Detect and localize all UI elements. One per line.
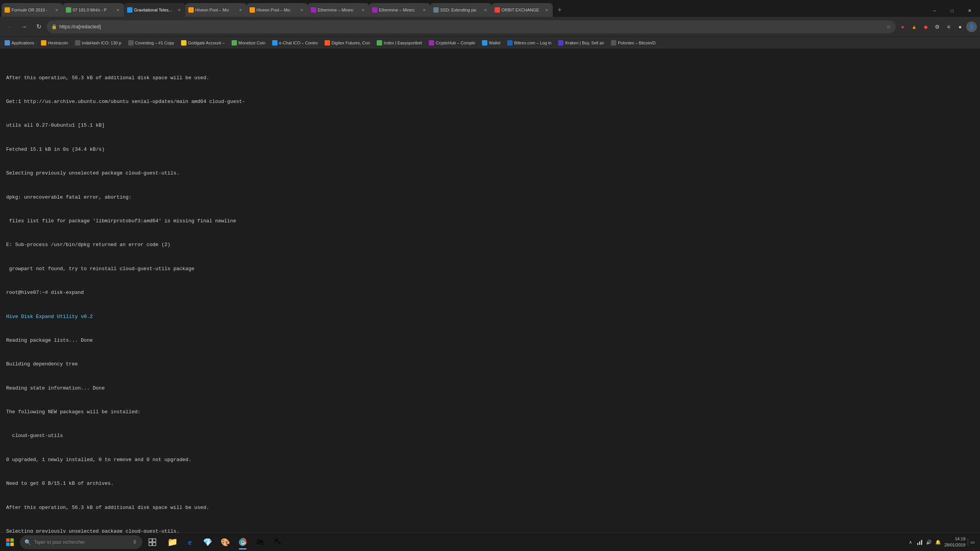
svg-point-11 (242, 541, 244, 543)
minecraft-button[interactable]: ⛏ (270, 534, 286, 551)
search-icon: 🔍 (24, 539, 31, 545)
bookmark-poloniex[interactable]: Poloniex – Bitcoin/D (608, 38, 658, 47)
tab-1[interactable]: Formule OR 2019 - ✕ (2, 3, 63, 17)
cortana-button[interactable]: 💎 (199, 534, 216, 551)
bookmark-goldgate[interactable]: Goldgate Account – (178, 38, 228, 47)
tab-favicon (433, 7, 439, 13)
sys-icons: ∧ 🔊 🔔 (907, 538, 942, 546)
mic-icon[interactable]: 🎙 (132, 539, 138, 545)
bookmark-star-icon[interactable]: ☆ (886, 24, 891, 30)
tab-close[interactable]: ✕ (421, 7, 427, 13)
ext-icon-1[interactable]: ● (897, 21, 908, 32)
forward-button[interactable]: → (18, 20, 31, 33)
show-desktop-button[interactable]: ▭ (968, 538, 975, 546)
bookmark-kraken[interactable]: Kraken | Buy, Sell an (555, 38, 607, 47)
ext-icon-3[interactable]: ◆ (920, 21, 931, 32)
maximize-button[interactable]: □ (943, 5, 961, 17)
volume-icon[interactable]: 🔊 (925, 538, 933, 546)
tab-2[interactable]: 07 181.0 MH/s - P ✕ (63, 3, 124, 17)
tab-9[interactable]: ORBIT EXCHANGE ✕ (492, 3, 553, 17)
reload-button[interactable]: ↻ (32, 20, 45, 33)
tab-title: Ethermine – Mines: (379, 8, 420, 12)
nav-bar: ← → ↻ 🔒 https://ra[redacted] ☆ ● ▲ ◆ ⚙ ≡… (0, 17, 980, 37)
terminal-line: Selecting previously unselected package … (6, 528, 974, 533)
back-button[interactable]: ← (3, 20, 16, 33)
bookmark-echat[interactable]: e-Chat ICO – Contro (269, 38, 321, 47)
bookmark-icon (272, 40, 278, 46)
tab-close[interactable]: ✕ (176, 7, 182, 13)
terminal-line: The following NEW packages will be insta… (6, 408, 974, 416)
tab-4[interactable]: Hiveon Pool – Mo: ✕ (185, 3, 247, 17)
minimize-button[interactable]: – (926, 5, 943, 17)
taskbar-search-box[interactable]: 🔍 🎙 (20, 535, 142, 549)
terminal-line: Building dependency tree (6, 360, 974, 368)
tab-5[interactable]: Hiveon Pool – Mo: ✕ (247, 3, 308, 17)
bookmark-label: Goldgate Account – (188, 41, 225, 45)
bookmark-monetize[interactable]: Monetize Coin (229, 38, 268, 47)
terminal-line: Need to get 0 B/15.1 kB of archives. (6, 480, 974, 488)
start-button[interactable] (2, 534, 18, 551)
terminal-line: files list file for package 'libmirproto… (6, 217, 974, 225)
tab-favicon (5, 7, 10, 13)
terminal-prompt: root@hive07:~# disk-expand (6, 289, 974, 297)
browser-frame: Formule OR 2019 - ✕ 07 181.0 MH/s - P ✕ … (0, 0, 980, 551)
bookmark-label: Poloniex – Bitcoin/D (618, 41, 655, 45)
task-view-button[interactable] (144, 534, 161, 551)
address-bar[interactable]: 🔒 https://ra[redacted] ☆ (47, 20, 896, 33)
bookmark-easybet[interactable]: Index | Easysportbet (374, 38, 425, 47)
store-button[interactable]: 🛍 (252, 534, 269, 551)
terminal-line: Reading package lists... Done (6, 337, 974, 345)
bookmark-digitex[interactable]: Digitex Futures, Con (322, 38, 373, 47)
close-button[interactable]: ✕ (961, 5, 978, 17)
bookmark-label: Index | Easysportbet (384, 41, 422, 45)
network-icon[interactable] (916, 538, 924, 546)
clock[interactable]: 14:19 28/01/2019 (944, 536, 965, 548)
tab-close[interactable]: ✕ (237, 7, 243, 13)
bookmark-hextracoin[interactable]: Hextracoin (38, 38, 71, 47)
bookmark-icon (181, 40, 186, 46)
tab-close[interactable]: ✕ (544, 7, 550, 13)
bookmarks-bar: Applications Hextracoin indaHash ICO: 13… (0, 37, 980, 49)
file-explorer-button[interactable]: 📁 (164, 534, 181, 551)
bookmark-label: Monetize Coin (238, 41, 265, 45)
taskbar-apps: 📁 e 💎 🎨 (164, 534, 286, 551)
ext-icon-5[interactable]: ≡ (943, 21, 954, 32)
bookmark-icon (611, 40, 616, 46)
bookmark-label: Wallet (489, 41, 500, 45)
lock-icon: 🔒 (51, 24, 57, 29)
chrome-button[interactable] (234, 534, 251, 551)
paint-button[interactable]: 🎨 (217, 534, 234, 551)
bookmark-cryptohub[interactable]: CryptoHub – Comple (426, 38, 478, 47)
bookmark-covesting[interactable]: Covesting – #1 Copy (125, 38, 177, 47)
ext-icon-6[interactable]: ● (955, 21, 965, 32)
tab-7[interactable]: Ethermine – Mines: ✕ (369, 3, 430, 17)
tab-close[interactable]: ✕ (115, 7, 121, 13)
notification-icon[interactable]: 🔔 (934, 538, 942, 546)
tab-close[interactable]: ✕ (482, 7, 488, 13)
bookmark-bittrex[interactable]: Bittrex.com – Log in (504, 38, 554, 47)
tab-close[interactable]: ✕ (299, 7, 305, 13)
ext-icon-4[interactable]: ⚙ (932, 21, 942, 32)
bookmark-wallet[interactable]: Wallet (479, 38, 503, 47)
chevron-up-icon[interactable]: ∧ (907, 538, 915, 546)
bookmark-apps[interactable]: Applications (2, 38, 37, 47)
tab-3[interactable]: Gravitational Teles... ✕ (124, 3, 185, 17)
svg-rect-5 (153, 539, 156, 542)
profile-button[interactable]: 👤 (966, 21, 977, 32)
ext-icon-2[interactable]: ▲ (909, 21, 920, 32)
terminal-line: E: Sub-process /usr/bin/dpkg returned an… (6, 241, 974, 249)
new-tab-button[interactable]: + (553, 3, 567, 17)
tab-favicon (495, 7, 500, 13)
tab-6[interactable]: Ethermine – Mines: ✕ (308, 3, 369, 17)
tab-title: Ethermine – Mines: (318, 8, 358, 12)
bookmark-indahash[interactable]: indaHash ICO: 130 p (72, 38, 124, 47)
bookmark-icon (128, 40, 134, 46)
tab-close[interactable]: ✕ (360, 7, 366, 13)
edge-button[interactable]: e (181, 534, 198, 551)
svg-rect-4 (149, 539, 152, 542)
tab-close[interactable]: ✕ (54, 7, 60, 13)
tab-8[interactable]: SSD: Extending pa: ✕ (430, 3, 492, 17)
terminal-line: Selecting previously unselected package … (6, 170, 974, 178)
bookmark-label: Bittrex.com – Log in (514, 41, 551, 45)
search-input[interactable] (34, 540, 129, 545)
